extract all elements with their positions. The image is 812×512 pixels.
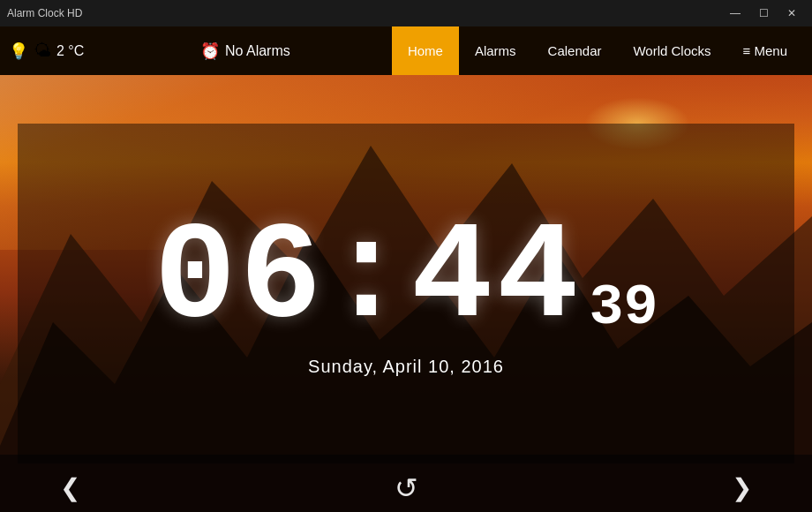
titlebar: Alarm Clock HD — ☐ ✕ xyxy=(0,0,812,26)
nav-calendar[interactable]: Calendar xyxy=(532,26,618,75)
bottom-controls: ❮ ↺ ❯ xyxy=(18,463,794,512)
minimize-button[interactable]: — xyxy=(722,4,748,22)
nav-home[interactable]: Home xyxy=(392,26,459,75)
alarm-section: ⏰ No Alarms xyxy=(200,41,392,61)
alarm-status: No Alarms xyxy=(225,43,290,59)
temperature-display: 2 °C xyxy=(56,43,84,59)
colon-display: : xyxy=(325,201,410,357)
time-main: 06:44 xyxy=(154,211,582,348)
alarm-icon: ⏰ xyxy=(200,41,220,61)
close-button[interactable]: ✕ xyxy=(778,4,805,22)
window-controls: — ☐ ✕ xyxy=(722,4,805,22)
weather-icon: 🌤 xyxy=(34,41,51,61)
refresh-button[interactable]: ↺ xyxy=(387,464,425,512)
next-button[interactable]: ❯ xyxy=(725,466,759,509)
bulb-icon: 💡 xyxy=(9,41,28,61)
background-scene: 06:44 39 Sunday, April 10, 2016 ❮ ↺ ❯ xyxy=(0,75,812,512)
weather-section: 💡 🌤 2 °C xyxy=(9,41,200,61)
navbar: 💡 🌤 2 °C ⏰ No Alarms Home Alarms Calenda… xyxy=(0,26,812,75)
app-title: Alarm Clock HD xyxy=(7,7,82,19)
clock-panel: 06:44 39 Sunday, April 10, 2016 xyxy=(18,124,794,463)
nav-alarms[interactable]: Alarms xyxy=(459,26,532,75)
maximize-button[interactable]: ☐ xyxy=(750,4,777,22)
minutes-display: 44 xyxy=(411,201,583,357)
hours-display: 06 xyxy=(154,201,325,357)
seconds-display: 39 xyxy=(590,280,658,337)
nav-links: Home Alarms Calendar World Clocks ≡ Menu xyxy=(392,26,803,75)
clock-display: 06:44 39 xyxy=(154,211,658,348)
nav-menu[interactable]: ≡ Menu xyxy=(727,26,803,75)
date-display: Sunday, April 10, 2016 xyxy=(308,357,504,377)
nav-world-clocks[interactable]: World Clocks xyxy=(617,26,726,75)
prev-button[interactable]: ❮ xyxy=(53,466,87,509)
